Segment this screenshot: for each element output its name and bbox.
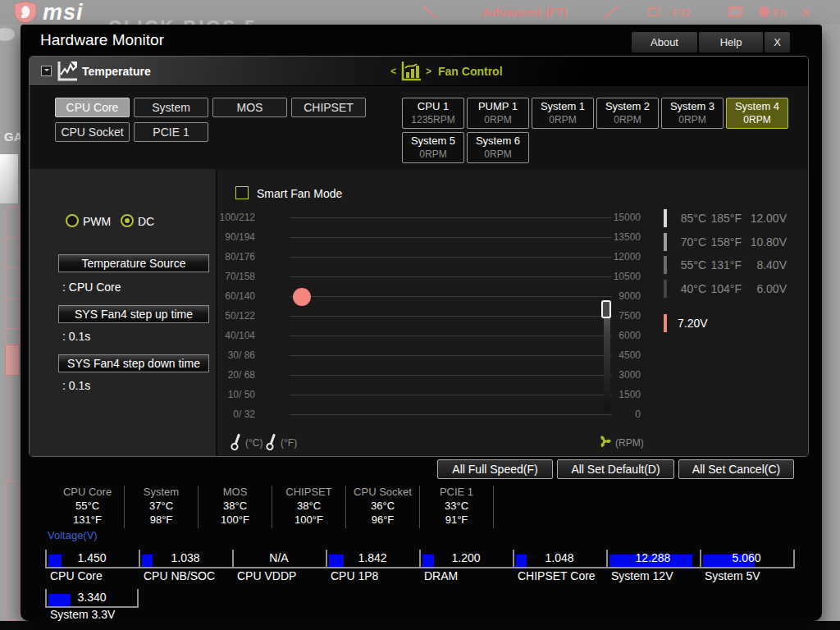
fan-control-section-title: Fan Control [438, 65, 503, 78]
bios-close-icon[interactable]: ✕ [801, 6, 811, 21]
temp-axis-tick: 0/ 32 [202, 409, 255, 420]
advanced-right-decor [603, 6, 619, 20]
temperature-section-title: Temperature [82, 65, 151, 78]
dc-radio-label: DC [138, 215, 154, 228]
msi-wordmark: msi [43, 0, 84, 25]
rpm-axis-tick: 6000 [593, 330, 641, 341]
temperature-source-button[interactable]: Temperature Source [58, 254, 209, 272]
voltage-value: 12.288 [606, 550, 700, 566]
temp-axis-tick: 50/122 [202, 310, 255, 322]
all-set-cancel-button[interactable]: All Set Cancel(C) [678, 459, 794, 479]
voltage-rail-label: CPU NB/SOC [144, 569, 215, 582]
sensor-button-system[interactable]: System [134, 98, 208, 117]
level-bar [664, 280, 667, 298]
fan-button-system6[interactable]: System 60RPM [467, 132, 529, 163]
sensor-button-cpu-core[interactable]: CPU Core [55, 98, 130, 117]
rpm-axis-label: (RPM) [615, 437, 644, 449]
gridline [290, 414, 612, 415]
temperature-chart-icon [57, 61, 78, 85]
voltage-rail-label: CPU Core [50, 569, 103, 582]
level-bar [664, 233, 667, 251]
backdrop-fragment [9, 376, 10, 481]
screenshot-icon[interactable] [648, 7, 660, 16]
msi-shield-logo [13, 1, 38, 27]
fan-button-system5[interactable]: System 50RPM [402, 132, 464, 163]
rpm-axis-tick: 3000 [593, 369, 641, 381]
language-label[interactable]: En [773, 7, 787, 19]
temp-axis-tick: 60/140 [202, 290, 255, 302]
voltage-rail-label: CPU 1P8 [331, 569, 378, 582]
bios-screen: msi CLICK BIOS 5 Advanced (F7) : F12 En … [0, 0, 840, 630]
all-full-speed-button[interactable]: All Full Speed(F) [437, 459, 553, 479]
fan-next-arrow[interactable]: > [426, 66, 431, 77]
fan-speed-marker-dot[interactable] [293, 288, 311, 306]
voltage-rail-label: CPU VDDP [237, 569, 296, 582]
all-set-default-button[interactable]: All Set Default(D) [557, 459, 674, 479]
voltage-value: 1.450 [45, 550, 139, 566]
temperature-source-value: : CPU Core [62, 281, 121, 294]
fan-speed-slider-handle[interactable] [601, 300, 611, 318]
temp-axis-tick: 70/158 [202, 271, 255, 282]
fan-prev-arrow[interactable]: < [390, 66, 396, 77]
fan-button-system2[interactable]: System 20RPM [596, 98, 659, 129]
gridline [290, 217, 612, 218]
temp-axis-tick: 20/ 68 [202, 369, 255, 381]
voltage-rail-system-3v3: 3.340 [45, 589, 139, 606]
temp-axis-tick: 80/176 [202, 251, 255, 262]
gridline [290, 276, 612, 277]
gridline [290, 257, 612, 258]
voltage-value: 1.038 [139, 550, 232, 566]
gridline [290, 395, 612, 395]
language-globe-icon[interactable] [759, 7, 769, 17]
pwm-radio[interactable] [66, 214, 79, 227]
monitor-icon[interactable] [728, 7, 742, 17]
rpm-axis-tick: 1500 [593, 389, 641, 400]
help-button[interactable]: Help [699, 32, 763, 52]
smart-fan-checkbox[interactable] [235, 186, 249, 199]
step-up-time-button[interactable]: SYS Fan4 step up time [58, 305, 209, 323]
voltage-rail-chipset-core: 1.048 [513, 550, 606, 567]
backdrop-gaming-text: GA [4, 130, 21, 144]
level-voltage: 6.00V [742, 282, 787, 295]
window-close-button[interactable]: X [765, 32, 790, 52]
status-temp-chipset: CHIPSET 38°C 100°F [272, 486, 346, 528]
voltage-rail-label: System 3.3V [50, 608, 115, 621]
sensor-button-cpu-socket[interactable]: CPU Socket [55, 122, 130, 142]
fan-button-cpu1[interactable]: CPU 11235RPM [402, 98, 464, 129]
collapse-icon[interactable] [41, 66, 52, 76]
sensor-button-pcie1[interactable]: PCIE 1 [134, 122, 208, 142]
voltage-rail-label: CHIPSET Core [518, 569, 596, 582]
rpm-axis-tick: 9000 [593, 290, 641, 302]
voltage-value: N/A [232, 550, 326, 566]
rpm-axis-tick: 4500 [593, 349, 641, 361]
voltage-rail-cpu-core: 1.450 [45, 550, 139, 567]
level-temp-c: 85°C [673, 212, 706, 225]
temp-axis-tick: 90/194 [202, 231, 255, 243]
step-down-time-button[interactable]: SYS Fan4 step down time [58, 354, 209, 372]
about-button[interactable]: About [632, 32, 697, 52]
level-temp-c: 70°C [673, 235, 706, 249]
fan-control-chart-icon [400, 61, 422, 85]
level-temp-f: 131°F [709, 258, 742, 272]
bios-topbar: msi CLICK BIOS 5 Advanced (F7) : F12 En … [0, 0, 840, 25]
fan-button-system4[interactable]: System 40RPM [726, 98, 788, 129]
fahrenheit-axis-label: (°F) [281, 437, 297, 449]
dc-radio[interactable] [121, 214, 134, 227]
level-bar [664, 256, 667, 274]
fan-button-system3[interactable]: System 30RPM [661, 98, 724, 129]
backdrop-fragment [5, 345, 20, 376]
pwm-radio-label: PWM [83, 215, 111, 228]
sensor-button-mos[interactable]: MOS [212, 98, 287, 117]
status-temp-system: System 37°C 98°F [125, 486, 199, 528]
thermometer-celsius-icon [231, 433, 242, 454]
fan-speed-slider-track[interactable] [604, 303, 610, 411]
level-voltage: 10.80V [742, 235, 787, 249]
fan-button-pump1[interactable]: PUMP 10RPM [467, 98, 529, 129]
fan-button-system1[interactable]: System 10RPM [532, 98, 594, 129]
fan-rpm-icon [597, 434, 612, 452]
gridline [290, 296, 612, 297]
sensor-button-chipset[interactable]: CHIPSET [291, 98, 366, 117]
advanced-mode-label[interactable]: Advanced (F7) [482, 5, 567, 19]
level-voltage: 12.00V [742, 212, 787, 225]
voltage-value: 5.060 [700, 550, 793, 566]
